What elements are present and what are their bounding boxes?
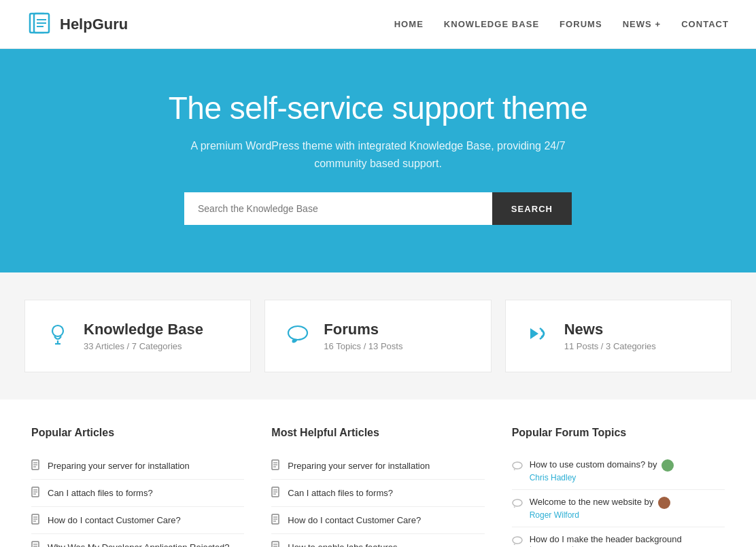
popular-articles-col: Popular Articles Preparing your server f… [31,427,244,547]
doc-icon [31,459,41,472]
logo[interactable]: HelpGuru [27,12,128,37]
list-item[interactable]: Welcome to the new website by Roger Wilf… [512,490,725,527]
doc-icon [271,514,281,527]
knowledge-icon [46,321,70,351]
forum-entry: Welcome to the new website by Roger Wilf… [530,497,671,520]
stat-detail-knowledge: 33 Articles / 7 Categories [84,341,203,351]
bottom-section: Popular Articles Preparing your server f… [18,400,738,547]
helpful-articles-heading: Most Helpful Articles [271,427,484,439]
doc-icon [271,541,281,547]
by-line: Chris Hadley [530,473,675,482]
article-title: How do I contact Customer Care? [48,515,181,525]
popular-articles-list: Preparing your server for installation C… [31,453,244,547]
logo-icon [27,12,53,37]
list-item[interactable]: Why Was My Developer Application Rejecte… [31,534,244,547]
list-item[interactable]: Preparing your server for installation [31,453,244,480]
stat-title-news: News [564,321,656,338]
header: HelpGuru HOME KNOWLEDGE BASE FORUMS NEWS… [0,0,756,49]
svg-point-52 [513,537,522,544]
helpful-articles-list: Preparing your server for installation C… [271,453,484,547]
doc-icon [271,459,281,472]
svg-marker-9 [530,328,538,339]
stat-card-knowledge[interactable]: Knowledge Base 33 Articles / 7 Categorie… [24,300,251,372]
search-input[interactable] [184,192,492,225]
doc-icon [271,487,281,499]
forums-icon [286,321,310,351]
nav-forums[interactable]: FORUMS [560,19,602,29]
forum-topics-heading: Popular Forum Topics [512,427,725,439]
topic-title: How do I make the header background tran… [530,534,725,547]
forum-topics-col: Popular Forum Topics How to use custom d… [512,427,725,547]
svg-point-50 [513,462,522,469]
nav-news[interactable]: NEWS + [623,19,661,29]
hero-section: The self-service support theme A premium… [0,49,756,272]
article-title: Preparing your server for installation [288,461,430,471]
search-button[interactable]: SEARCH [492,192,572,225]
list-item[interactable]: How do I contact Customer Care? [271,507,484,534]
by-line: Roger Wilford [530,510,671,520]
forum-entry: How do I make the header background tran… [530,534,725,547]
article-title: How do I contact Customer Care? [288,515,421,525]
stat-info-news: News 11 Posts / 3 Categories [564,321,656,351]
list-item[interactable]: Can I attach files to forms? [31,480,244,507]
doc-icon [31,487,41,499]
forum-comment-icon [512,461,523,474]
forum-entry: How to use custom domains? by Chris Hadl… [530,459,675,482]
forum-topics-list: How to use custom domains? by Chris Hadl… [512,453,725,547]
nav-knowledge-base[interactable]: KNOWLEDGE BASE [444,19,539,29]
article-title: Can I attach files to forms? [288,488,393,498]
avatar [658,497,670,509]
search-bar: SEARCH [184,192,572,225]
stat-detail-news: 11 Posts / 3 Categories [564,341,656,351]
helpful-articles-col: Most Helpful Articles Preparing your ser… [271,427,484,547]
article-title: How to enable labs features [288,542,397,547]
author-link[interactable]: Chris Hadley [530,473,577,482]
news-icon [526,321,551,351]
forum-comment-icon [512,498,523,511]
logo-text: HelpGuru [60,16,128,33]
list-item[interactable]: Preparing your server for installation [271,453,484,480]
list-item[interactable]: How to use custom domains? by Chris Hadl… [512,453,725,490]
topic-title: Welcome to the new website by [530,497,671,509]
stat-title-knowledge: Knowledge Base [84,321,203,338]
stat-info-forums: Forums 16 Topics / 13 Posts [324,321,402,351]
list-item[interactable]: How to enable labs features [271,534,484,547]
doc-icon [31,541,41,547]
hero-title: The self-service support theme [27,90,729,126]
stats-inner: Knowledge Base 33 Articles / 7 Categorie… [18,272,738,400]
stats-section: Knowledge Base 33 Articles / 7 Categorie… [0,272,756,400]
svg-point-8 [288,326,307,340]
svg-point-51 [513,499,522,506]
list-item[interactable]: Can I attach files to forms? [271,480,484,507]
svg-point-5 [52,325,63,336]
article-title: Preparing your server for installation [48,461,190,471]
main-nav: HOME KNOWLEDGE BASE FORUMS NEWS + CONTAC… [394,19,729,29]
stat-card-news[interactable]: News 11 Posts / 3 Categories [505,300,732,372]
hero-subtitle: A premium WordPress theme with integrate… [188,137,568,172]
forum-comment-icon [512,535,523,547]
doc-icon [31,514,41,527]
article-title: Why Was My Developer Application Rejecte… [48,542,230,547]
list-item[interactable]: How do I contact Customer Care? [31,507,244,534]
stat-detail-forums: 16 Topics / 13 Posts [324,341,402,351]
topic-title: How to use custom domains? by [530,459,675,472]
list-item[interactable]: How do I make the header background tran… [512,527,725,547]
stat-title-forums: Forums [324,321,402,338]
popular-articles-heading: Popular Articles [31,427,244,439]
stat-card-forums[interactable]: Forums 16 Topics / 13 Posts [264,300,491,372]
nav-contact[interactable]: CONTACT [681,19,729,29]
author-link[interactable]: Roger Wilford [530,510,579,520]
article-title: Can I attach files to forms? [48,488,153,498]
nav-home[interactable]: HOME [394,19,424,29]
avatar [662,459,674,472]
stat-info-knowledge: Knowledge Base 33 Articles / 7 Categorie… [84,321,203,351]
